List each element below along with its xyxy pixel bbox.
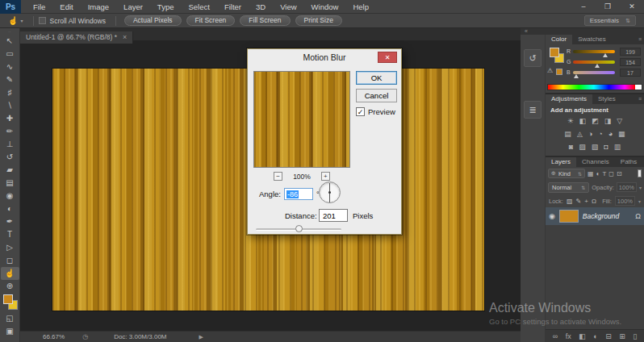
dialog-close-icon[interactable]: ✕ [378,52,397,63]
quick-mask-button[interactable]: ◱ [1,312,19,325]
tool-button[interactable]: ⊕ [1,280,19,293]
tab-styles[interactable]: Styles [592,94,621,104]
menu-item[interactable]: Window [304,0,346,14]
fill-value[interactable]: 100% [615,196,635,206]
panel-menu-icon[interactable]: ≡ [633,35,644,44]
slider-thumb[interactable] [574,74,579,78]
panel-menu-icon[interactable]: ≡ [633,94,644,104]
tool-button[interactable]: T [1,228,19,241]
tool-button[interactable]: ✒ [1,215,19,228]
history-panel-button[interactable]: ↺ [524,49,542,67]
channel-value[interactable]: 199 [620,48,641,56]
lock-paint-icon[interactable]: ✎ [576,198,582,205]
angle-input[interactable]: -86 [284,188,313,200]
tool-button[interactable]: ⊥ [1,138,19,151]
restore-icon[interactable]: ❐ [596,0,620,14]
options-bar-button[interactable]: Actual Pixels [124,15,182,26]
tool-button[interactable]: ◐ [1,202,19,215]
tool-button[interactable]: ▤ [1,177,19,190]
zoom-in-button[interactable]: + [321,172,330,181]
tool-button[interactable]: ∖ [1,99,19,112]
levels-icon[interactable]: ◧ [579,117,587,125]
selective-color-icon[interactable]: ◘ [604,143,608,151]
menu-item[interactable]: Edit [52,0,80,14]
layer-name[interactable]: Background [583,212,619,220]
document-tab[interactable]: Untitled-1 @ 66.7% (RGB/8) * × [20,31,133,44]
filter-smart-objects-icon[interactable]: ⊡ [617,170,622,177]
photo-filter-icon[interactable]: ◔ [598,130,602,138]
tab-color[interactable]: Color [546,35,572,44]
preview-checkbox[interactable]: ✓ [356,107,365,116]
properties-panel-button[interactable]: ≣ [524,101,542,119]
menu-item[interactable]: Help [345,0,376,14]
tool-button[interactable]: ▷ [1,241,19,254]
invert-icon[interactable]: ◙ [569,143,573,151]
slider-thumb[interactable] [295,225,303,232]
black-white-icon[interactable]: ◑ [588,130,592,138]
tool-button[interactable]: ◉ [1,190,19,202]
blur-preview-thumbnail[interactable] [253,71,350,168]
brightness-contrast-icon[interactable]: ☀ [567,117,574,125]
opacity-value[interactable]: 100% [617,182,637,192]
lock-position-icon[interactable]: + [584,198,588,205]
menu-item[interactable]: 3D [249,0,273,14]
minimize-icon[interactable]: – [571,0,596,14]
layer-effects-icon[interactable]: fx [566,332,571,340]
distance-input[interactable]: 201 [319,209,348,222]
lock-all-icon[interactable]: Ω [592,198,596,205]
color-spectrum-bar[interactable] [547,84,642,90]
collapse-panels-icon[interactable]: « [521,28,644,35]
gamut-warning-icon[interactable]: ⚠ [547,67,553,74]
screen-mode-button[interactable]: ▣ [1,325,19,338]
filter-pixel-layers-icon[interactable]: ▦ [588,170,594,177]
menu-item[interactable]: Select [181,0,216,14]
foreground-color-swatch[interactable] [3,294,13,304]
channel-slider[interactable] [573,71,615,74]
menu-item[interactable]: Type [150,0,182,14]
gamut-swatch[interactable] [556,69,562,75]
delete-layer-icon[interactable]: ▯ [633,332,637,340]
workspace-switcher[interactable]: Essentials ⇅ [584,15,636,26]
exposure-icon[interactable]: ◨ [604,117,612,125]
menu-item[interactable]: Layer [116,0,150,14]
new-group-icon[interactable]: ⊟ [605,332,612,340]
options-bar-button[interactable]: Fill Screen [240,15,290,26]
zoom-level[interactable]: 66.67% [43,333,65,340]
chevron-down-icon[interactable]: ▾ [20,18,23,23]
new-layer-icon[interactable]: ⊞ [619,332,625,340]
tab-adjustments[interactable]: Adjustments [546,94,592,104]
tab-layers[interactable]: Layers [546,157,576,167]
tool-button[interactable]: ▰ [1,164,19,177]
tool-button[interactable]: ✎ [1,73,19,86]
channel-mixer-icon[interactable]: ◕ [608,130,613,138]
tab-channels[interactable]: Channels [576,157,615,167]
gradient-map-icon[interactable]: ▥ [614,143,621,151]
distance-slider[interactable] [256,225,341,233]
options-bar-button[interactable]: Fit Screen [186,15,236,26]
layer-row-background[interactable]: ◉ Background Ω [546,207,644,225]
hue-saturation-icon[interactable]: ▤ [564,130,571,138]
tab-swatches[interactable]: Swatches [572,35,612,44]
status-options-icon[interactable]: ▶ [199,334,203,340]
tool-button[interactable]: ▭ [1,48,19,60]
filter-type-layers-icon[interactable]: T [602,170,606,177]
link-layers-icon[interactable]: ∞ [553,332,558,340]
tool-button[interactable]: ✏ [1,125,19,138]
lock-transparency-icon[interactable]: ▨ [567,198,573,205]
color-lookup-icon[interactable]: ▦ [618,130,625,138]
tab-paths[interactable]: Paths [615,157,642,167]
zoom-out-button[interactable]: − [274,172,282,181]
cancel-button[interactable]: Cancel [356,89,397,102]
slider-thumb[interactable] [603,53,608,57]
filter-shape-layers-icon[interactable]: ◻ [608,170,614,177]
layer-filter-kind-dropdown[interactable]: ⊕ Kind ⇅ [548,169,585,178]
new-adjustment-layer-icon[interactable]: ◐ [593,332,597,340]
scroll-all-windows-checkbox[interactable] [39,17,46,24]
menu-item[interactable]: Filter [217,0,249,14]
layer-visibility-eye-icon[interactable]: ◉ [549,212,555,220]
tool-button[interactable]: ☝ [1,267,19,280]
tool-button[interactable]: ∿ [1,60,19,73]
filter-adjustment-layers-icon[interactable]: ◐ [596,170,600,177]
curves-icon[interactable]: ◩ [592,117,599,125]
menu-item[interactable]: File [26,0,52,14]
